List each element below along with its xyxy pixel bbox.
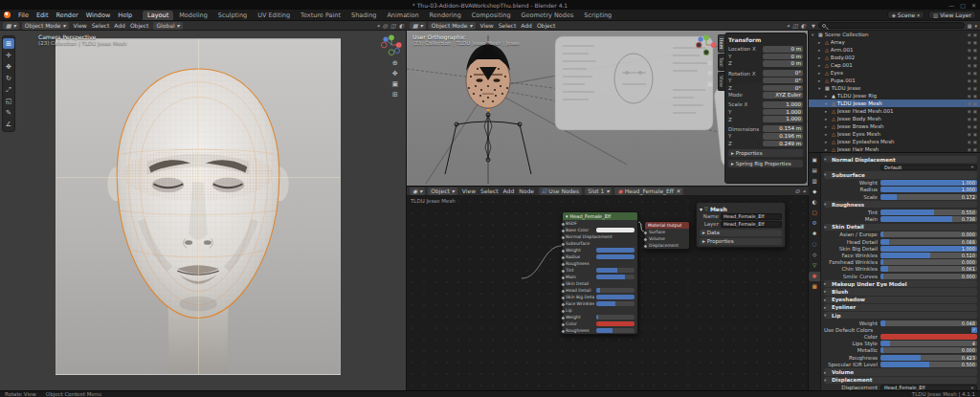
move-tool-icon[interactable]: ✥: [3, 61, 14, 72]
filter-icon[interactable]: ▼: [812, 23, 815, 29]
node-socket-row[interactable]: Head Detail: [563, 287, 637, 294]
outliner-row[interactable]: ▾ Scene Collection: [809, 31, 980, 38]
scene-selector[interactable]: ◆Scene▾: [887, 11, 924, 19]
property-slider[interactable]: 1.000: [880, 187, 977, 192]
disclosure-icon[interactable]: ▸: [825, 132, 830, 137]
properties-tab[interactable]: [809, 240, 820, 250]
sidebar-tab[interactable]: Tool: [718, 54, 724, 71]
outliner-row[interactable]: ▸ Jesse Brows Mesh: [809, 122, 980, 130]
disable-render-toggle-icon[interactable]: [973, 86, 977, 91]
transform-value-field[interactable]: 1.000: [763, 116, 803, 122]
display-mode-icon[interactable]: ▦: [968, 23, 972, 29]
property-row[interactable]: Color ▾: [824, 334, 977, 341]
group-node-header[interactable]: ▾ Head_Female_Eff: [563, 212, 637, 220]
properties-tab[interactable]: [809, 209, 820, 218]
disclosure-icon[interactable]: ▾: [825, 101, 830, 106]
mesh-name-field[interactable]: Head_Female_Eff: [721, 213, 782, 220]
maximize-button[interactable]: □: [960, 2, 966, 9]
hide-viewport-toggle-icon[interactable]: [968, 63, 971, 68]
node-socket-row[interactable]: Skin Detail: [563, 280, 637, 287]
section-disclosure-icon[interactable]: ▸: [824, 305, 829, 310]
property-slider[interactable]: 0.088: [880, 239, 977, 245]
outliner-search-input[interactable]: [818, 22, 965, 29]
disclosure-icon[interactable]: ▸: [825, 117, 830, 121]
property-row[interactable]: ▸ Eyeshadow ▾: [824, 297, 977, 303]
pin-icon[interactable]: ⊙: [795, 187, 800, 195]
outliner-row[interactable]: ▾ TLDU Jesse Mesh: [809, 99, 980, 107]
property-row[interactable]: Head Detail 0.088 0.088 0.088▾: [824, 238, 977, 245]
shading-mode-icons[interactable]: ◐: [399, 22, 404, 30]
workspace-tab[interactable]: Compositing: [467, 11, 516, 20]
collapsed-panel-header[interactable]: ▸ Spring Rig Properties: [728, 160, 803, 167]
outliner-row[interactable]: ▸ Array: [809, 38, 980, 46]
sidebar-tab[interactable]: Item: [718, 34, 724, 53]
property-slider[interactable]: 0.000: [880, 274, 977, 279]
transform-panel-title[interactable]: Transform: [728, 36, 803, 43]
hide-viewport-toggle-icon[interactable]: [968, 140, 971, 144]
disable-render-toggle-icon[interactable]: [973, 124, 977, 129]
editor-type-dropdown[interactable]: ▦▾: [410, 22, 426, 30]
property-row[interactable]: ▾ Lip ▾: [824, 312, 977, 319]
property-row[interactable]: Skin Big Detail 1.000 1.000 1.000▾: [824, 245, 977, 252]
socket-slider[interactable]: [596, 315, 635, 320]
rotate-tool-icon[interactable]: ↻: [3, 73, 14, 83]
socket-slider[interactable]: [596, 328, 635, 333]
minimize-button[interactable]: —: [948, 2, 954, 9]
hide-viewport-toggle-icon[interactable]: [968, 117, 971, 121]
zoom-icon[interactable]: ⊕: [706, 59, 713, 67]
properties-tab[interactable]: [809, 187, 820, 197]
socket-slider[interactable]: [596, 228, 635, 232]
property-slider[interactable]: 0.738: [880, 216, 977, 222]
transform-value-field[interactable]: 0°: [763, 85, 803, 92]
property-row[interactable]: Main 0.738 0.738 0.738▾: [824, 216, 977, 223]
section-disclosure-icon[interactable]: ▾: [824, 378, 829, 383]
socket-slider[interactable]: [596, 268, 635, 273]
properties-tab[interactable]: [809, 230, 820, 239]
disable-render-toggle-icon[interactable]: [973, 109, 977, 114]
node-socket-row[interactable]: Weight: [563, 247, 637, 254]
filter-options-icon[interactable]: ▾: [974, 23, 977, 29]
disclosure-icon[interactable]: ▸: [825, 147, 830, 152]
hide-viewport-toggle-icon[interactable]: [968, 147, 971, 152]
property-row[interactable]: Lips Style 4 4 4▾: [824, 341, 977, 347]
node-socket-row[interactable]: Base Color: [563, 227, 637, 233]
menu-item[interactable]: Window: [82, 11, 115, 20]
property-row[interactable]: ▸ Blush ▾: [824, 288, 977, 295]
use-nodes-toggle[interactable]: ☑Use Nodes: [539, 187, 582, 195]
close-button[interactable]: ✕: [971, 2, 976, 9]
transform-value-field[interactable]: 0°: [763, 70, 803, 77]
collapse-icon[interactable]: ▾: [566, 213, 568, 219]
outliner-row[interactable]: ▸ Jesse Eyelashes Mesh: [809, 138, 980, 145]
section-disclosure-icon[interactable]: ▾: [824, 202, 829, 207]
viewport-menu-item[interactable]: View: [72, 22, 89, 29]
outliner-row[interactable]: ▸ Jesse Hair Mesh: [809, 145, 980, 153]
measure-tool-icon[interactable]: ∠: [3, 119, 14, 129]
workspace-tab[interactable]: Texture Paint: [296, 11, 345, 20]
disable-render-toggle-icon[interactable]: [973, 117, 977, 121]
property-slider[interactable]: 0.500: [880, 362, 977, 367]
properties-tab[interactable]: [809, 156, 820, 165]
material-slot-dropdown[interactable]: Slot 1▾: [585, 187, 612, 195]
workspace-tab[interactable]: Modeling: [174, 11, 212, 20]
pan-icon[interactable]: ✥: [706, 70, 713, 77]
close-icon[interactable]: ✕: [676, 187, 680, 194]
orientation-dropdown[interactable]: Global▾: [153, 22, 182, 30]
section-disclosure-icon[interactable]: ▸: [824, 298, 829, 302]
overlays-icon[interactable]: ◫: [792, 22, 798, 30]
navigation-gizmo[interactable]: [381, 34, 402, 55]
mode-dropdown[interactable]: Object Mode▾: [429, 22, 476, 30]
hide-viewport-toggle-icon[interactable]: [968, 33, 971, 37]
hide-viewport-toggle-icon[interactable]: [968, 71, 971, 76]
hide-viewport-toggle-icon[interactable]: [968, 132, 971, 137]
scale-tool-icon[interactable]: ⤢: [3, 84, 14, 95]
property-row[interactable]: Scale 0.172 0.172 0.172▾: [824, 193, 977, 200]
property-slider[interactable]: 0.048: [880, 320, 977, 326]
properties-tab[interactable]: [809, 177, 820, 187]
disable-render-toggle-icon[interactable]: [973, 147, 977, 152]
shading-mode-icons[interactable]: ◐: [801, 22, 806, 30]
transform-value-field[interactable]: 0 m: [763, 54, 803, 60]
property-row[interactable]: Metallic 0.000 0.000 0.000▾: [824, 347, 977, 354]
property-row[interactable]: Asian / Europe 0.000 0.000 0.000▾: [824, 232, 977, 238]
output-socket-row[interactable]: Surface: [645, 229, 689, 235]
property-row[interactable]: Tint 0.550 0.550 0.550▾: [824, 209, 977, 215]
